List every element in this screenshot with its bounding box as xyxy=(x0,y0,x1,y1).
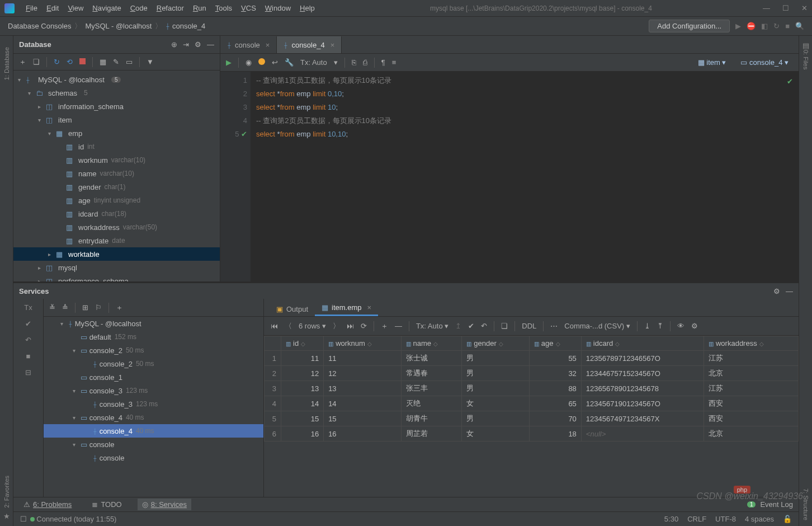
next-page-icon[interactable]: 〉 xyxy=(333,321,340,331)
stop-icon[interactable] xyxy=(79,58,86,66)
structure-tool-tab[interactable]: 7: Structure xyxy=(802,489,809,520)
menu-refactor[interactable]: Refactor xyxy=(152,4,188,12)
add-configuration-button[interactable]: Add Configuration... xyxy=(649,20,730,32)
todo-tab[interactable]: ≣TODO xyxy=(87,499,126,510)
submit-icon[interactable]: ✔ xyxy=(468,322,474,330)
breadcrumb[interactable]: Database Consoles xyxy=(8,22,71,30)
tree-node[interactable]: ▸◫performance_schema xyxy=(13,274,220,281)
tree-node[interactable]: ▸◫information_schema xyxy=(13,100,220,113)
first-page-icon[interactable]: ⏮ xyxy=(271,322,278,330)
menu-navigate[interactable]: Navigate xyxy=(88,4,125,12)
duplicate-icon[interactable]: ❏ xyxy=(33,58,40,66)
maximize-icon[interactable]: ☐ xyxy=(782,4,789,12)
result-grid[interactable]: ▥id◇▥worknum◇▥name◇▥gender◇▥age◇▥idcard◇… xyxy=(264,336,799,497)
tree-node[interactable]: ▾▦emp xyxy=(13,126,220,140)
hide-icon[interactable]: — xyxy=(786,287,793,295)
column-header[interactable]: ▥name◇ xyxy=(401,336,462,351)
line-sep[interactable]: CRLF xyxy=(687,515,706,523)
last-page-icon[interactable]: ⏭ xyxy=(347,322,354,330)
lock-icon[interactable]: 🔓 xyxy=(783,515,792,523)
services-tree-node[interactable]: ▾▭ console_440 ms xyxy=(44,411,263,424)
check-icon[interactable]: ✔ xyxy=(25,320,31,328)
table-row[interactable]: 21212常遇春男3212344675715234567O北京 xyxy=(265,366,799,381)
table-tab[interactable]: ▦item.emp× xyxy=(315,300,378,316)
services-tree-node[interactable]: ▾▭ console_3123 ms xyxy=(44,384,263,397)
tree-node[interactable]: ▥idint xyxy=(13,140,220,153)
table-icon[interactable]: ▦ xyxy=(100,58,106,66)
stop-icon[interactable]: ■ xyxy=(785,22,790,30)
tree-node[interactable]: ▾⟊MySQL - @localhost5 xyxy=(13,73,220,86)
tree-node[interactable]: ▥agetinyint unsigned xyxy=(13,194,220,207)
database-tree[interactable]: ▾⟊MySQL - @localhost5▾🗀schemas5▸◫informa… xyxy=(13,71,220,281)
tree-node[interactable]: ▥worknumvarchar(10) xyxy=(13,153,220,167)
menu-file[interactable]: File xyxy=(21,4,42,12)
search-icon[interactable]: 🔍 xyxy=(795,22,804,30)
column-header[interactable]: ▥id◇ xyxy=(281,336,324,351)
para-icon[interactable]: ¶ xyxy=(381,58,385,67)
tree-node[interactable]: ▸▦worktable xyxy=(13,247,220,261)
console-icon[interactable]: ▭ xyxy=(126,58,133,66)
encoding[interactable]: UTF-8 xyxy=(715,515,736,523)
commit-icon[interactable]: ↥ xyxy=(455,322,461,330)
table-row[interactable]: 51515胡青牛男7012345674971234567X西安 xyxy=(265,411,799,426)
services-tree-node[interactable]: ⟊ console xyxy=(44,451,263,464)
wrench-icon[interactable]: 🔧 xyxy=(285,58,294,67)
tree-node[interactable]: ▥namevarchar(10) xyxy=(13,167,220,180)
services-tree-node[interactable]: ▾▭ console_250 ms xyxy=(44,344,263,357)
tree-node[interactable]: ▥genderchar(1) xyxy=(13,180,220,194)
coverage-icon[interactable]: ◧ xyxy=(761,22,768,30)
gear-icon[interactable]: ⚙ xyxy=(691,322,698,330)
close-icon[interactable]: × xyxy=(266,41,270,49)
target-icon[interactable]: ⊕ xyxy=(171,40,177,49)
add-icon[interactable]: ＋ xyxy=(116,303,123,313)
prev-page-icon[interactable]: 〈 xyxy=(285,321,292,331)
tree-node[interactable]: ▾🗀schemas5 xyxy=(13,86,220,100)
view-icon[interactable]: 👁 xyxy=(677,322,684,330)
add-icon[interactable]: ＋ xyxy=(19,57,26,67)
menu-edit[interactable]: Edit xyxy=(42,4,63,12)
run-icon[interactable]: ▶ xyxy=(226,58,232,67)
table-row[interactable]: 11111张士诚男5512356789712346567O江苏 xyxy=(265,351,799,366)
column-header[interactable]: ▥worknum◇ xyxy=(324,336,401,351)
collapse-icon[interactable]: ⇥ xyxy=(183,40,189,49)
schema-chip[interactable]: ▦ item ▾ xyxy=(693,57,731,68)
settings-icon[interactable]: ≡ xyxy=(392,58,396,67)
caret-pos[interactable]: 5:30 xyxy=(664,515,678,523)
add-row-icon[interactable]: ＋ xyxy=(381,321,388,331)
tree-node[interactable]: ▥idcardchar(18) xyxy=(13,207,220,220)
filter-icon[interactable]: ▼ xyxy=(147,58,154,66)
line-gutter[interactable]: 12345 ✔ xyxy=(220,72,251,281)
services-tree-node[interactable]: ⟊ console_250 ms xyxy=(44,357,263,370)
group-icon[interactable]: ⊞ xyxy=(82,303,88,312)
output-tab[interactable]: ▣Output xyxy=(270,302,315,316)
close-icon[interactable]: ✕ xyxy=(801,4,808,12)
undo-icon[interactable]: ↶ xyxy=(25,336,31,344)
tree-node[interactable]: ▥entrydatedate xyxy=(13,234,220,247)
gear-icon[interactable]: ⚙ xyxy=(195,40,201,49)
close-icon[interactable]: × xyxy=(331,41,335,49)
menu-run[interactable]: Run xyxy=(188,4,211,12)
hide-icon[interactable]: — xyxy=(207,40,214,49)
debug-icon[interactable]: ⛔ xyxy=(747,22,756,30)
menu-view[interactable]: View xyxy=(63,4,88,12)
table-row[interactable]: 31313张三丰男88123656789012345678江苏 xyxy=(265,381,799,396)
collapse-icon[interactable]: ≙ xyxy=(62,303,68,312)
filter-icon[interactable]: ⚐ xyxy=(95,303,102,312)
expand-icon[interactable]: ≚ xyxy=(49,303,55,312)
menu-vcs[interactable]: VCS xyxy=(237,4,261,12)
commit-icon[interactable] xyxy=(258,58,265,67)
services-tree-node[interactable]: ▾⟊ MySQL - @localhost xyxy=(44,317,263,330)
more-icon[interactable]: ⋯ xyxy=(550,322,558,330)
explain-icon[interactable]: ⎘ xyxy=(352,58,356,67)
event-log-button[interactable]: Event Log xyxy=(760,500,793,509)
export-format-dropdown[interactable]: Comma-...d (CSV) ▾ xyxy=(564,322,630,330)
clone-icon[interactable]: ❏ xyxy=(501,322,508,330)
column-header[interactable]: ▥idcard◇ xyxy=(581,336,704,351)
database-tool-tab[interactable]: 1: Database xyxy=(3,47,10,80)
table-row[interactable]: 61616周芷若女18<null>北京 xyxy=(265,426,799,442)
services-tree-node[interactable]: ▭ console_1 xyxy=(44,370,263,384)
tree-node[interactable]: ▾◫item xyxy=(13,113,220,126)
tree-node[interactable]: ▥workaddressvarchar(50) xyxy=(13,220,220,234)
tree-node[interactable]: ▸◫mysql xyxy=(13,261,220,274)
code-editor[interactable]: ✔ -- 查询第1页员工数据，每页展示10条记录select *from emp… xyxy=(251,72,799,281)
